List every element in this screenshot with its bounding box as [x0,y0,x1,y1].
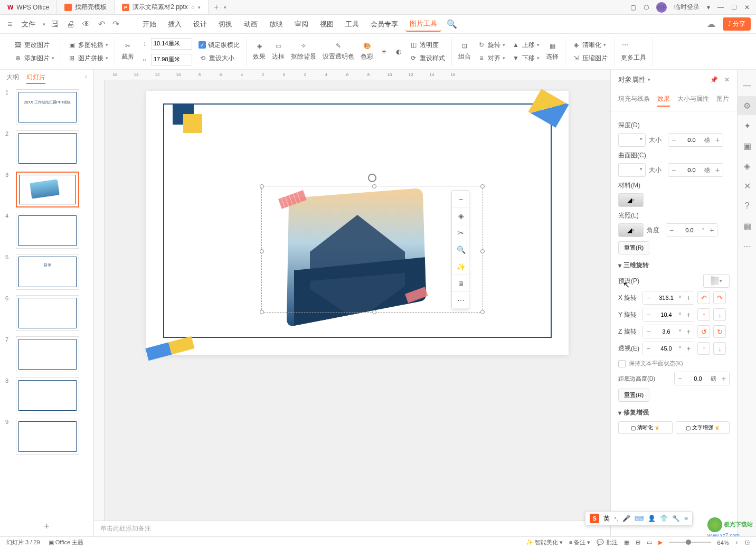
properties-sidebar-button[interactable]: ⚙ [738,96,756,115]
help-sidebar-button[interactable]: ? [738,196,756,215]
compress-button[interactable]: ⇲压缩图片 [570,53,610,64]
align-button[interactable]: ≡对齐▾ [475,53,507,64]
share-button[interactable]: ⤴ 分享 [723,17,751,31]
z-rotation-input[interactable] [654,328,679,335]
menu-start[interactable]: 开始 [138,17,160,31]
menu-view[interactable]: 视图 [316,17,338,31]
contour-input[interactable] [679,167,704,173]
lighting-input[interactable] [677,227,702,233]
contour-color-select[interactable]: ▾ [618,163,646,177]
perspective-up-icon[interactable]: ↑ [697,342,710,355]
float-translate-button[interactable]: 🗎 [452,275,470,292]
ime-skin-icon[interactable]: 👕 [660,515,668,522]
tab-options-icon[interactable]: ○ [191,4,195,11]
rotate-right-icon[interactable]: ↷ [713,291,726,304]
menu-vip[interactable]: 会员专享 [366,17,402,31]
contrast-button[interactable]: ◐ [392,46,405,57]
resize-handle-b[interactable] [372,310,376,314]
decrement-button[interactable]: − [675,372,685,385]
decrement-button[interactable]: − [643,308,654,321]
color-button[interactable]: 🎨色彩 [358,41,375,62]
increment-button[interactable]: + [706,224,717,237]
view-normal-icon[interactable]: ▦ [624,539,629,546]
more-tools-button[interactable]: ⋯ [619,40,648,50]
distance-input[interactable] [685,375,711,382]
menu-insert[interactable]: 插入 [164,17,186,31]
sharpen-button[interactable]: ◈清晰化▾ [570,40,610,51]
resize-handle-r[interactable] [480,249,485,253]
notes-toggle[interactable]: ≡ 备注 ▾ [569,538,591,546]
avatar[interactable]: WP [656,2,667,13]
increment-button[interactable]: + [683,325,694,338]
slide-canvas[interactable]: − ◈ ✂ 🔍 ✨ 🗎 ⋯ [146,91,569,355]
beautify-button[interactable]: ✨ 智能美化 ▾ [526,538,563,546]
border-button[interactable]: ▭边框 [270,41,287,62]
slide-list[interactable]: 120XX 工作总结汇报PPT模板 2 3 4 5目录 6 7 8 9 [0,87,93,517]
menu-transition[interactable]: 切换 [214,17,237,31]
menu-slideshow[interactable]: 放映 [265,17,287,31]
material-select[interactable]: ◢▾ [618,193,644,207]
chevron-down-icon[interactable]: ▾ [43,22,45,27]
float-zoom-button[interactable]: 🔍 [452,241,470,258]
menu-image-tools[interactable]: 图片工具 [405,17,441,32]
decrement-button[interactable]: − [643,291,654,304]
lock-ratio-checkbox[interactable]: ✓锁定纵横比 [196,40,242,51]
perspective-input[interactable] [654,345,679,352]
file-menu[interactable]: 文件 [17,17,40,31]
ime-voice-icon[interactable]: 🎤 [622,515,630,522]
ime-tool-icon[interactable]: 🔧 [672,515,680,522]
decrement-button[interactable]: − [668,164,679,176]
float-more-button[interactable]: ⋯ [452,292,470,309]
tools-sidebar-button[interactable]: ✕ [738,176,756,195]
tab-size[interactable]: 大小与属性 [677,95,709,107]
undo-icon[interactable]: ↶ [96,17,107,31]
comments-toggle[interactable]: 💬 批注 [597,538,617,546]
pin-icon[interactable]: 📌 [710,76,718,83]
x-rotation-input[interactable] [654,295,679,301]
save-icon[interactable]: 🖫 [49,17,61,31]
ime-user-icon[interactable]: 👤 [648,515,656,522]
repair-header[interactable]: ▾修复增强 [618,408,730,417]
keep-text-flat-checkbox[interactable]: 保持文本平面状态(K) [618,360,730,367]
contour-spinner[interactable]: −磅+ [668,163,723,177]
cube-icon[interactable]: ⬡ [644,4,649,11]
rotate-cw-icon[interactable]: ↻ [713,325,726,338]
float-crop-button[interactable]: ✂ [452,224,470,241]
slide-thumb-7[interactable] [16,336,79,372]
new-tab-button[interactable]: + [209,3,224,12]
tab-templates[interactable]: 找稻壳模板 [57,0,115,14]
rotate-ccw-icon[interactable]: ↺ [697,325,710,338]
zoom-in-button[interactable]: + [735,540,739,546]
increment-button[interactable]: + [683,342,694,355]
preview-icon[interactable]: 👁 [80,17,93,31]
change-image-button[interactable]: 🖼更改图片 [12,40,56,51]
image-stitch-button[interactable]: ⊞图片拼接▾ [65,53,110,64]
search-icon[interactable]: 🔍 [445,17,459,31]
zoom-value[interactable]: 64% [717,540,729,546]
more-sidebar-button[interactable]: ⋯ [738,237,756,256]
rotate-button[interactable]: ↻旋转▾ [475,40,507,51]
slide-thumb-1[interactable]: 20XX 工作总结汇报PPT模板 [16,89,79,125]
tab-document[interactable]: P 演示文稿素材2.pptx ○ ▾ [115,0,209,14]
theme-indicator[interactable]: ▣ Office 主题 [49,538,84,546]
multi-outline-button[interactable]: ▣多图轮播▾ [65,40,110,51]
depth-input[interactable] [679,137,704,143]
tabs-dropdown-icon[interactable]: ▾ [224,5,226,10]
reset-button[interactable]: 重置(R) [618,241,649,254]
float-magic-button[interactable]: ✨ [452,258,470,275]
assets-sidebar-button[interactable]: ▦ [738,216,756,235]
increment-button[interactable]: + [712,134,723,146]
ime-menu-icon[interactable]: ≡ [684,515,688,522]
slide-thumb-4[interactable] [16,213,79,249]
distance-spinner[interactable]: −磅+ [674,372,730,385]
slide-thumb-8[interactable] [16,377,79,413]
set-transparent-button[interactable]: ✎设置透明色 [320,41,356,62]
increment-button[interactable]: + [712,164,723,176]
move-down-button[interactable]: ▼下移▾ [509,53,542,64]
canvas-scroll[interactable]: − ◈ ✂ 🔍 ✨ 🗎 ⋯ [105,80,610,521]
depth-color-select[interactable]: ▾ [618,133,646,147]
hamburger-icon[interactable]: ≡ [5,17,14,31]
resize-handle-br[interactable] [480,310,485,314]
cloud-icon[interactable]: ☁ [705,17,717,31]
menu-design[interactable]: 设计 [189,17,211,31]
